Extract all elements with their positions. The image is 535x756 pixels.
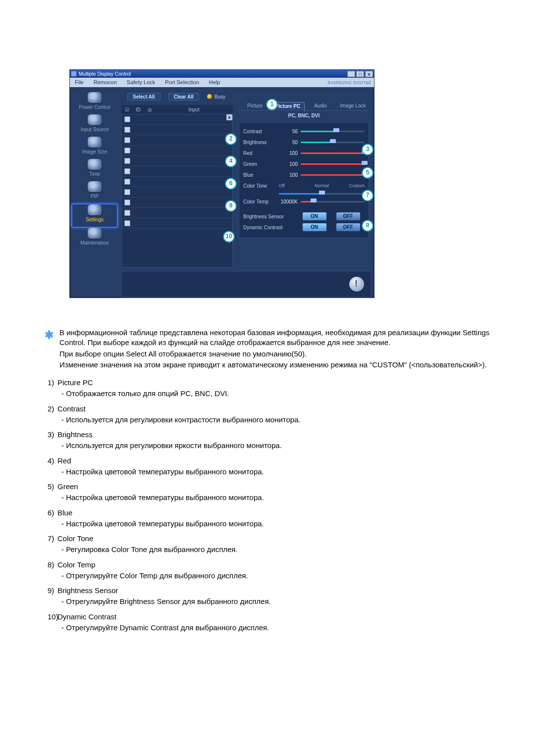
brightness-slider[interactable] xyxy=(301,140,365,144)
callout-8: 8 xyxy=(225,200,237,212)
table-row[interactable] xyxy=(122,208,232,218)
row-brightness-sensor: Brightness Sensor ON OFF xyxy=(243,211,365,222)
menu-safety-lock[interactable]: Safety Lock xyxy=(122,78,160,87)
row-dynamic-contrast: Dynamic Contrast ON OFF xyxy=(243,222,365,233)
row-contrast: Contrast 56 xyxy=(243,126,365,137)
row-checkbox[interactable] xyxy=(124,210,130,216)
sidebar-item-pip[interactable]: PIP xyxy=(72,181,117,203)
table-row[interactable] xyxy=(122,135,232,146)
row-checkbox[interactable] xyxy=(124,200,130,205)
menu-help[interactable]: Help xyxy=(204,78,225,87)
row-checkbox[interactable] xyxy=(124,148,130,153)
table-row[interactable] xyxy=(122,146,232,156)
row-checkbox[interactable] xyxy=(124,127,130,133)
blue-slider[interactable] xyxy=(301,173,365,177)
sidebar: Power Control Input Source Image Size Ti… xyxy=(70,87,119,298)
color-temp-slider[interactable] xyxy=(301,200,365,203)
device-table: ▲ ✓ xyxy=(121,114,233,268)
tab-audio[interactable]: Audio xyxy=(305,102,337,111)
imagesize-icon xyxy=(88,137,102,148)
brightness-sensor-off-button[interactable]: OFF xyxy=(336,212,360,220)
doc-item: 8)Color Temp- Отрегулируйте Color Temp д… xyxy=(48,560,490,581)
table-header: ☑ ID ◎ Input xyxy=(121,105,233,114)
row-checkbox[interactable] xyxy=(124,220,130,226)
color-tone-slider[interactable] xyxy=(243,191,365,196)
maximize-button[interactable]: □ xyxy=(356,71,364,77)
titlebar: Multiple Display Control _ □ × xyxy=(70,70,374,78)
doc-item: 1)Picture PC- Отображается только для оп… xyxy=(48,378,490,399)
row-blue: Blue 100 xyxy=(243,169,365,180)
power-icon xyxy=(88,92,102,103)
doc-item: 5)Green- Настройка цветовой температуры … xyxy=(48,482,490,503)
maintenance-icon xyxy=(88,228,102,239)
intro-paragraph-3: Изменение значения на этом экране привод… xyxy=(59,360,490,370)
settings-pane: Picture Picture PC Audio Image Lock PC, … xyxy=(233,87,374,298)
input-icon xyxy=(88,114,102,125)
table-row[interactable] xyxy=(122,166,232,177)
sidebar-item-power-control[interactable]: Power Control xyxy=(72,92,117,114)
status-icon: ◎ xyxy=(144,107,155,112)
scroll-up-button[interactable]: ▲ xyxy=(226,114,232,120)
clear-all-button[interactable]: Clear All xyxy=(168,93,199,101)
row-checkbox[interactable] xyxy=(124,189,130,195)
table-row[interactable] xyxy=(122,218,232,229)
table-row[interactable] xyxy=(122,125,232,135)
minimize-button[interactable]: _ xyxy=(347,71,355,77)
red-slider[interactable] xyxy=(301,151,365,155)
close-button[interactable]: × xyxy=(365,71,373,77)
dynamic-contrast-on-button[interactable]: ON xyxy=(303,223,326,231)
dynamic-contrast-off-button[interactable]: OFF xyxy=(336,223,360,231)
table-row[interactable]: ✓ xyxy=(122,114,232,125)
doc-item: 4)Red- Настройка цветовой температуры вы… xyxy=(48,456,490,477)
doc-item: 7)Color Tone- Регулировка Color Tone для… xyxy=(48,534,490,555)
row-checkbox[interactable] xyxy=(124,168,130,174)
sidebar-item-input-source[interactable]: Input Source xyxy=(72,114,117,137)
intro-paragraph-2: При выборе опции Select All отображается… xyxy=(59,349,490,359)
callout-9: 9 xyxy=(362,220,374,232)
sidebar-item-image-size[interactable]: Image Size xyxy=(72,137,117,159)
doc-item: 3)Brightness- Используется для регулиров… xyxy=(48,430,490,451)
brand-label: SAMSUNG DIGITall xyxy=(327,80,371,85)
callout-3: 3 xyxy=(362,144,374,155)
star-icon: ✱ xyxy=(45,328,54,371)
callout-5: 5 xyxy=(362,167,374,179)
doc-item: 9)Brightness Sensor- Отрегулируйте Brigh… xyxy=(48,586,490,607)
select-all-button[interactable]: Select All xyxy=(127,93,160,101)
contrast-slider[interactable] xyxy=(301,129,365,133)
menu-file[interactable]: File xyxy=(70,78,89,87)
tab-image-lock[interactable]: Image Lock xyxy=(337,102,369,111)
doc-item: 2)Contrast- Используется для регулировки… xyxy=(48,404,490,425)
brightness-sensor-on-button[interactable]: ON xyxy=(303,212,326,220)
row-red: Red 100 xyxy=(243,148,365,158)
callout-4: 4 xyxy=(225,155,237,167)
settings-icon xyxy=(88,204,102,215)
sidebar-item-time[interactable]: Time xyxy=(72,159,117,181)
menubar: File Remocon Safety Lock Port Selection … xyxy=(70,78,374,87)
row-color-tone: Color Tone Off Normal Custom xyxy=(243,180,365,191)
callout-7: 7 xyxy=(362,190,374,202)
table-row[interactable] xyxy=(122,187,232,198)
app-icon xyxy=(71,71,77,77)
table-row[interactable] xyxy=(122,198,232,208)
row-checkbox[interactable] xyxy=(124,179,130,185)
row-checkbox[interactable] xyxy=(124,137,130,143)
table-row[interactable] xyxy=(122,177,232,187)
window-title: Multiple Display Control xyxy=(79,71,131,77)
intro-paragraph-1: В информационной таблице представлена не… xyxy=(59,328,490,348)
menu-port-selection[interactable]: Port Selection xyxy=(160,78,204,87)
green-slider[interactable] xyxy=(301,162,365,166)
app-window: Multiple Display Control _ □ × File Remo… xyxy=(69,69,374,298)
sidebar-item-maintenance[interactable]: Maintenance xyxy=(72,228,117,250)
row-checkbox[interactable] xyxy=(124,158,130,164)
time-icon xyxy=(88,159,102,170)
sidebar-item-settings[interactable]: Settings xyxy=(71,203,118,228)
menu-remocon[interactable]: Remocon xyxy=(89,78,122,87)
callout-6: 6 xyxy=(225,178,237,190)
row-brightness: Brightness 50 xyxy=(243,137,365,148)
mode-label: PC, BNC, DVI xyxy=(239,113,369,118)
busy-indicator: Busy xyxy=(207,94,225,100)
pip-icon xyxy=(88,181,102,192)
row-checkbox[interactable]: ✓ xyxy=(124,116,130,122)
row-color-temp: Color Temp 10000K xyxy=(243,196,365,207)
table-row[interactable] xyxy=(122,156,232,166)
